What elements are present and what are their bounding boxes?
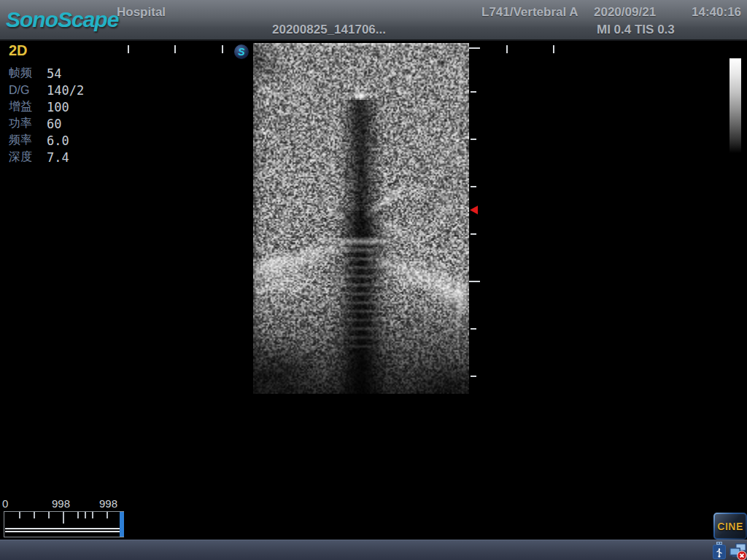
- ruler-tick: [471, 233, 476, 235]
- hospital-name: Hospital: [117, 5, 166, 20]
- ultrasound-image: [253, 43, 469, 394]
- mode-label: 2D: [9, 42, 133, 59]
- probe-preset: L741/Vertebral A: [481, 5, 578, 20]
- cine-start-label: 0: [2, 497, 8, 510]
- ruler-tick: [471, 139, 476, 140]
- mi-tis-readout: MI 0.4 TIS 0.3: [597, 23, 675, 37]
- ruler-tick: [469, 47, 480, 49]
- grayscale-bar: [729, 58, 741, 153]
- param-label: D/G: [9, 84, 47, 97]
- cine-progress-line: [5, 528, 123, 529]
- param-row: D/G 140/2: [9, 82, 133, 98]
- cine-end-label: 998: [99, 497, 117, 510]
- param-label: 增益: [9, 99, 47, 114]
- cine-tick: [92, 512, 93, 518]
- focus-marker-icon: [470, 206, 478, 214]
- exam-time: 14:40:16: [692, 5, 741, 20]
- param-value: 7.4: [47, 150, 69, 165]
- cine-mid-label: 998: [52, 497, 70, 510]
- probe-orientation-marker-icon: S: [234, 44, 249, 59]
- param-row: 帧频 54: [9, 65, 133, 82]
- cine-tick: [48, 512, 50, 518]
- param-label: 功率: [9, 116, 47, 131]
- taskbar: [0, 540, 747, 560]
- cine-tick: [19, 512, 20, 518]
- network-error-icon[interactable]: [729, 542, 747, 560]
- ruler-tick: [553, 45, 554, 53]
- ruler-tick: [471, 328, 476, 330]
- param-label: 帧频: [9, 66, 47, 81]
- param-value: 100: [47, 100, 69, 114]
- param-label: 深度: [9, 149, 47, 165]
- cine-position-cursor[interactable]: [120, 512, 124, 537]
- ruler-tick: [128, 45, 129, 53]
- param-row: 功率 60: [9, 115, 133, 132]
- ruler-tick: [469, 281, 480, 282]
- param-label: 频率: [9, 133, 47, 148]
- param-value: 140/2: [47, 83, 84, 98]
- top-bar: SonoScape Hospital L741/Vertebral A 2020…: [0, 0, 747, 41]
- sonoscape-logo: SonoScape: [6, 7, 118, 32]
- param-row: 频率 6.0: [9, 132, 133, 149]
- cine-tick: [85, 512, 86, 518]
- cine-tick: [63, 512, 64, 524]
- cine-tick: [34, 512, 35, 518]
- param-value: 54: [47, 66, 61, 81]
- cine-scrubber[interactable]: [4, 511, 124, 537]
- param-row: 增益 100: [9, 98, 133, 115]
- cine-progress-line: [5, 531, 123, 532]
- ruler-tick: [174, 45, 176, 53]
- cine-button-label: CINE: [717, 521, 743, 532]
- param-value: 6.0: [47, 133, 69, 148]
- ruler-tick: [471, 91, 476, 93]
- cine-button-face: CINE: [715, 514, 746, 538]
- param-value: 60: [47, 117, 61, 131]
- ruler-tick: [471, 186, 476, 187]
- exam-id: 20200825_141706...: [272, 23, 386, 37]
- ruler-tick: [471, 376, 476, 377]
- param-row: 深度 7.4: [9, 149, 133, 166]
- usb-icon[interactable]: [712, 542, 727, 560]
- exam-date: 2020/09/21: [594, 5, 656, 20]
- cine-button[interactable]: CINE: [713, 513, 747, 540]
- ruler-tick: [222, 45, 223, 53]
- cine-tick: [107, 512, 108, 518]
- cine-tick: [77, 512, 79, 518]
- ruler-tick: [506, 45, 508, 53]
- parameter-panel: 2D 帧频 54 D/G 140/2 增益 100 功率 60 频率 6.0 深…: [9, 42, 133, 166]
